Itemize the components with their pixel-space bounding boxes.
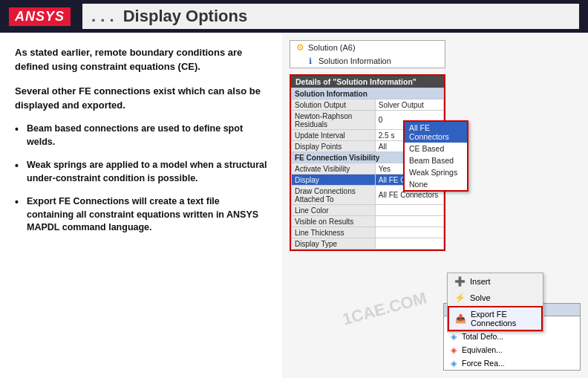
row-key: Visible on Results [292, 216, 376, 227]
dropdown-item-all-fe[interactable]: All FE Connectors [405, 122, 467, 143]
dropdown-item-ce-based[interactable]: CE Based [405, 143, 467, 154]
table-row: Solution Output Solver Output [292, 100, 444, 111]
list-item: Export FE Connections will create a text… [15, 195, 267, 235]
solve-icon: ⚡ [454, 292, 466, 304]
dropdown-item-weak-springs[interactable]: Weak Springs [405, 166, 467, 178]
solution-item-label: Force Rea... [462, 359, 505, 368]
insert-icon: ➕ [454, 276, 466, 287]
list-item: Weak springs are applied to a model when… [15, 159, 267, 185]
export-icon: 📤 [455, 313, 466, 325]
header-title-text: Display Options [123, 7, 247, 25]
row-key: Activate Visibility [292, 163, 376, 175]
details-title: Details of "Solution Information" [291, 76, 444, 88]
context-menu-solve[interactable]: ⚡ Solve [448, 290, 543, 306]
header: ANSYS . . . Display Options [0, 0, 588, 33]
solution-item-label: Equivalen... [462, 345, 503, 354]
row-key-display: Display [292, 175, 376, 186]
right-panel: ⚙ Solution (A6) ℹ Solution Information D… [282, 33, 588, 378]
section-label-solution: Solution Information [292, 88, 444, 100]
table-row: Visible on Results [292, 216, 444, 227]
tree-label-solution: Solution (A6) [308, 43, 356, 52]
solution-icon: ⚙ [295, 42, 305, 53]
header-title: . . . Display Options [82, 4, 579, 29]
left-panel: As stated earlier, remote boundary condi… [0, 33, 282, 378]
info-icon: ℹ [305, 56, 316, 66]
context-menu-export[interactable]: 📤 Export FE Connections [448, 306, 543, 331]
table-row: Display Type [292, 238, 444, 250]
tree-label-solution-info: Solution Information [318, 56, 391, 65]
section-header-solution-info: Solution Information [292, 88, 444, 100]
row-key: Draw Connections Attached To [292, 186, 376, 205]
row-key: Update Interval [292, 130, 376, 141]
context-menu: ➕ Insert ⚡ Solve 📤 Export FE Connections [447, 273, 543, 332]
dropdown-item-none[interactable]: None [405, 178, 467, 190]
row-key: Newton-Raphson Residuals [292, 111, 376, 130]
header-dots: . . . [91, 7, 114, 25]
row-key: Line Thickness [292, 227, 376, 238]
row-key: Display Points [292, 141, 376, 152]
list-item: Beam based connections are used to defin… [15, 123, 267, 149]
context-menu-item-label: Export FE Connections [471, 310, 535, 328]
context-menu-item-label: Insert [470, 277, 491, 286]
row-key: Line Color [292, 205, 376, 216]
main-content: As stated earlier, remote boundary condi… [0, 33, 588, 378]
row-value [375, 238, 443, 250]
row-value [375, 227, 443, 238]
table-row: Line Color [292, 205, 444, 216]
watermark: 1CAE.COM [341, 288, 429, 329]
dropdown-overlay[interactable]: All FE Connectors CE Based Beam Based We… [403, 120, 468, 192]
row-key: Solution Output [292, 100, 376, 111]
bullet-list: Beam based connections are used to defin… [15, 123, 267, 235]
force-icon: ◈ [448, 358, 459, 368]
intro-text-2: Several other FE connections exist which… [15, 85, 267, 113]
solution-item[interactable]: ◈ Force Rea... [444, 356, 580, 370]
row-value: Solver Output [375, 100, 443, 111]
row-value [375, 216, 443, 227]
tree-item-solution-info[interactable]: ℹ Solution Information [290, 54, 445, 68]
context-menu-item-label: Solve [470, 293, 491, 302]
deform-icon: ◈ [448, 331, 459, 342]
row-key: Display Type [292, 238, 376, 250]
solution-item[interactable]: ◈ Equivalen... [444, 343, 580, 356]
context-menu-insert[interactable]: ➕ Insert [448, 273, 543, 290]
table-row: Line Thickness [292, 227, 444, 238]
row-value [375, 205, 443, 216]
ansys-logo: ANSYS [9, 7, 71, 26]
solution-item-label: Total Defo... [462, 332, 503, 341]
tree-box: ⚙ Solution (A6) ℹ Solution Information [290, 40, 445, 68]
equiv-icon: ◈ [448, 345, 459, 355]
tree-item-solution[interactable]: ⚙ Solution (A6) [290, 41, 445, 54]
intro-text-1: As stated earlier, remote boundary condi… [15, 46, 267, 74]
dropdown-item-beam-based[interactable]: Beam Based [405, 154, 467, 166]
